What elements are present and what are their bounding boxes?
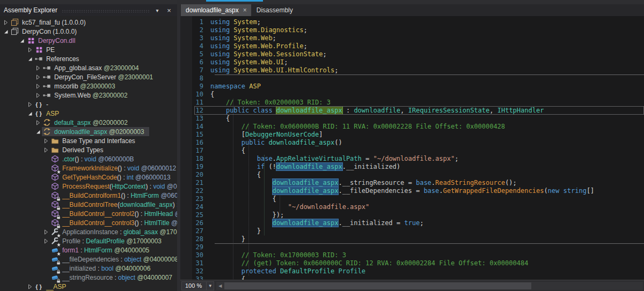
- expand-icon[interactable]: [26, 46, 34, 54]
- tree-item-derpycon-fileserver[interactable]: DerpyCon_FileServer @23000001: [0, 72, 177, 81]
- code-line-25[interactable]: 25 });: [180, 211, 644, 219]
- chevron-down-icon[interactable]: ▾: [152, 6, 162, 14]
- close-icon[interactable]: ×: [164, 6, 174, 14]
- tree-item-form1[interactable]: form1 : HtmlForm @04000005: [0, 245, 177, 255]
- code-line-13[interactable]: 13 {: [180, 115, 644, 123]
- collapse-icon[interactable]: [18, 37, 26, 44]
- tree-item-app-global-asax[interactable]: App_global.asax @23000004: [0, 63, 177, 72]
- tree-item-references[interactable]: References: [0, 54, 177, 63]
- collapse-icon[interactable]: [26, 55, 34, 63]
- tree-item-namespace-dash[interactable]: { }-: [0, 100, 177, 109]
- line-number: 6: [180, 58, 210, 66]
- expand-icon[interactable]: [2, 19, 10, 26]
- code-line-5[interactable]: 5using System.Web.SessionState;: [180, 50, 644, 58]
- expand-icon[interactable]: [42, 137, 50, 145]
- drag-grip[interactable]: [62, 10, 150, 13]
- scrollbar-thumb[interactable]: [224, 282, 531, 289]
- tree-item-derpycon-dll[interactable]: DerpyCon.dll: [0, 36, 177, 45]
- tree-item-stringresource[interactable]: __stringResource : object @04000007: [0, 273, 177, 282]
- expand-icon[interactable]: [42, 146, 50, 154]
- code-line-16[interactable]: 16 public downloadfile_aspx(): [180, 139, 644, 147]
- code-line-9[interactable]: 9namespace ASP: [180, 83, 644, 91]
- tree-item-kc57-final-fu[interactable]: kc57_final_fu (1.0.0.0): [0, 18, 177, 27]
- expand-icon[interactable]: [34, 64, 42, 72]
- code-line-21[interactable]: 21 downloadfile_aspx.__stringResource = …: [180, 179, 644, 187]
- method-icon: [50, 219, 60, 227]
- code-line-6[interactable]: 6using System.Web.UI;: [180, 58, 644, 66]
- code-line-11[interactable]: 11 // Token: 0x02000003 RID: 3: [180, 99, 644, 107]
- code-line-1[interactable]: 1using System;: [180, 18, 644, 26]
- code-line-22[interactable]: 22 downloadfile_aspx.__fileDependencies …: [180, 187, 644, 195]
- tree-item-profile[interactable]: Profile : DefaultProfile @17000003: [0, 236, 177, 245]
- code-line-4[interactable]: 4using System.Web.Profile;: [180, 42, 644, 50]
- tree-item-initialized[interactable]: __initialized : bool @04000006: [0, 264, 177, 273]
- code-line-2[interactable]: 2using System.Diagnostics;: [180, 26, 644, 34]
- close-icon[interactable]: ×: [243, 7, 247, 13]
- code-line-7[interactable]: 7using System.Web.UI.HtmlControls;: [180, 66, 644, 74]
- code-line-32[interactable]: 32 protected DefaultProfile Profile: [180, 267, 644, 275]
- expand-icon[interactable]: [42, 228, 50, 236]
- code-line-29[interactable]: 29: [180, 243, 644, 251]
- collapse-icon[interactable]: [26, 110, 34, 117]
- tree-item-applicationinstance[interactable]: ApplicationInstance : global_asax @1700: [0, 227, 177, 236]
- line-number: 1: [180, 18, 210, 26]
- reference-icon: [42, 64, 52, 72]
- expand-icon[interactable]: [42, 237, 50, 245]
- expand-icon[interactable]: [34, 83, 42, 90]
- tree-item-ctor[interactable]: .ctor() : void @0600000B: [0, 154, 177, 163]
- expand-icon[interactable]: [26, 283, 34, 290]
- code-line-20[interactable]: 20 {: [180, 171, 644, 179]
- tree-item-label: DerpyCon (1.0.0.0): [22, 28, 77, 35]
- tree-item-buildcontrol-control2[interactable]: __BuildControl__control2() : HtmlHead @: [0, 209, 177, 218]
- zoom-level-select[interactable]: 100 % ▼: [181, 281, 214, 290]
- code-line-24[interactable]: 24 "~/downloadfile.aspx": [180, 203, 644, 211]
- code-line-8[interactable]: 8: [180, 74, 644, 83]
- tree-item-buildcontrolform1[interactable]: __BuildControlform1() : HtmlForm @060: [0, 191, 177, 200]
- field-icon: [50, 264, 60, 273]
- tree-item-derpycon[interactable]: DerpyCon (1.0.0.0): [0, 27, 177, 36]
- tab-disassembly[interactable]: Disassembly: [252, 4, 297, 16]
- tree-item-downloadfile-aspx[interactable]: downloadfile_aspx @02000003: [0, 127, 177, 136]
- expand-icon[interactable]: [34, 92, 42, 99]
- expand-icon[interactable]: [26, 101, 34, 108]
- code-line-18[interactable]: 18 base.AppRelativeVirtualPath = "~/down…: [180, 155, 644, 163]
- tree-item-derived-types[interactable]: Derived Types: [0, 145, 177, 154]
- scroll-left-icon[interactable]: ◀: [216, 282, 224, 290]
- expand-icon[interactable]: [34, 119, 42, 126]
- code-line-28[interactable]: 28 }: [180, 235, 644, 243]
- expander-spacer: [42, 265, 50, 272]
- tree-item-gettypehashcode[interactable]: GetTypeHashCode() : int @06000013: [0, 173, 177, 182]
- chevron-down-icon[interactable]: ▼: [206, 282, 214, 290]
- collapse-icon[interactable]: [2, 28, 10, 35]
- tree-item-default-aspx[interactable]: default_aspx @02000002: [0, 118, 177, 127]
- tree-item-system-web[interactable]: System.Web @23000002: [0, 91, 177, 100]
- code-line-27[interactable]: 27 }: [180, 227, 644, 235]
- tree-item-pe[interactable]: PE: [0, 45, 177, 54]
- code-line-14[interactable]: 14 // Token: 0x0600000B RID: 11 RVA: 0x0…: [180, 123, 644, 131]
- tree-item-frameworkinitialize[interactable]: FrameworkInitialize() : void @06000012: [0, 163, 177, 173]
- code-line-12[interactable]: 12 public class downloadfile_aspx : down…: [180, 107, 644, 115]
- tree-item-filedependencies[interactable]: __fileDependencies : object @04000008: [0, 255, 177, 264]
- code-line-15[interactable]: 15 [DebuggerNonUserCode]: [180, 131, 644, 139]
- code-line-30[interactable]: 30 // Token: 0x17000003 RID: 3: [180, 251, 644, 259]
- tree-item-buildcontrol-control3[interactable]: __BuildControl__control3() : HtmlTitle @: [0, 218, 177, 227]
- tree-item-namespace-asp[interactable]: { }ASP: [0, 109, 177, 118]
- tree-item-base-type-and-interfaces[interactable]: Base Type and Interfaces: [0, 136, 177, 145]
- collapse-icon[interactable]: [34, 128, 42, 136]
- code-line-31[interactable]: 31 // (get) Token: 0x0600000C RID: 12 RV…: [180, 259, 644, 267]
- tree-item-namespace-asp2[interactable]: { }__ASP: [0, 282, 177, 291]
- code-line-23[interactable]: 23 {: [180, 195, 644, 203]
- code-line-26[interactable]: 26 downloadfile_aspx.__initialized = tru…: [180, 219, 644, 227]
- code-line-19[interactable]: 19 if (!downloadfile_aspx.__initialized): [180, 163, 644, 171]
- tree-item-mscorlib[interactable]: mscorlib @23000003: [0, 81, 177, 91]
- code-line-17[interactable]: 17 {: [180, 147, 644, 155]
- code-line-33[interactable]: 33 {: [180, 275, 644, 280]
- expand-icon[interactable]: [34, 73, 42, 81]
- code-line-10[interactable]: 10{: [180, 91, 644, 99]
- tree-item-buildcontroltree[interactable]: __BuildControlTree(downloadfile_aspx) :: [0, 200, 177, 209]
- code-editor[interactable]: 1using System;2using System.Diagnostics;…: [180, 16, 644, 280]
- tree-item-processrequest[interactable]: ProcessRequest(HttpContext) : void @06: [0, 182, 177, 191]
- horizontal-scrollbar[interactable]: ◀: [216, 282, 643, 290]
- code-line-3[interactable]: 3using System.Web;: [180, 34, 644, 42]
- tab-downloadfile-aspx[interactable]: downloadfile_aspx ×: [181, 4, 251, 16]
